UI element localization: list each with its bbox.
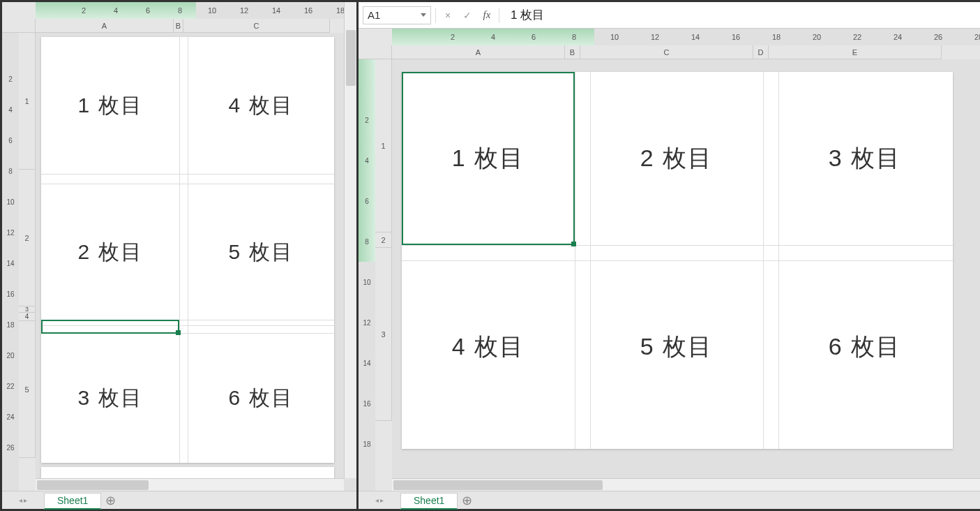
column-headers-right: A B C D E (359, 45, 980, 59)
row-header-4[interactable]: 4 (19, 313, 36, 321)
column-headers-left: A B C (2, 19, 356, 33)
select-all-corner[interactable] (359, 45, 392, 59)
name-box[interactable]: A1 (363, 6, 431, 24)
formula-bar: A1 × ✓ fx 1 枚目 (359, 2, 980, 29)
col-header-b[interactable]: B (565, 45, 580, 59)
ruler-num: 8 (572, 33, 576, 41)
chevron-down-icon[interactable] (421, 13, 426, 17)
vruler-num: 2 (8, 75, 13, 83)
tab-nav[interactable]: ◂ ▸ (359, 496, 400, 504)
formula-content[interactable]: 1 枚目 (504, 7, 544, 23)
cell-a2[interactable]: 2 枚目 (41, 184, 179, 320)
col-header-e[interactable]: E (769, 45, 942, 59)
cell-c1[interactable]: 2 枚目 (590, 72, 763, 245)
new-sheet-button[interactable]: ⊕ (101, 491, 119, 510)
vertical-ruler-left[interactable]: 2 4 6 8 10 12 14 16 18 20 22 24 26 (2, 33, 19, 509)
new-sheet-button[interactable]: ⊕ (458, 491, 476, 510)
cancel-formula-button[interactable]: × (440, 8, 455, 23)
ruler-num: 18 (772, 33, 781, 41)
vruler-num: 12 (363, 319, 370, 327)
col-header-c[interactable]: C (580, 45, 753, 59)
vruler-num: 10 (6, 198, 14, 206)
cell-c3[interactable]: 5 枚目 (590, 260, 763, 434)
vruler-num: 14 (6, 260, 14, 267)
select-all-corner[interactable] (2, 19, 36, 33)
vruler-num: 18 (6, 321, 14, 329)
selection-box (41, 320, 179, 334)
cell-e3[interactable]: 6 枚目 (778, 260, 951, 434)
ruler-num: 20 (813, 33, 821, 41)
vruler-num: 26 (6, 444, 14, 452)
sheet-area-right[interactable]: 1 枚目 2 枚目 3 枚目 4 枚目 5 枚目 6 枚目 (392, 59, 980, 509)
tab-nav[interactable]: ◂ ▸ (2, 496, 44, 504)
left-pane: 2 4 6 8 10 12 14 16 18 A B C 2 4 6 8 (2, 2, 359, 509)
cell-c5[interactable]: 6 枚目 (188, 333, 334, 463)
horizontal-scrollbar-left[interactable] (36, 478, 344, 491)
vruler-num: 2 (365, 117, 369, 124)
cell-a1[interactable]: 1 枚目 (402, 72, 575, 245)
cell-a3[interactable]: 4 枚目 (402, 260, 575, 434)
cell-c2[interactable]: 5 枚目 (188, 184, 334, 320)
row-header-1[interactable]: 1 (375, 59, 392, 232)
ruler-num: 8 (178, 6, 182, 15)
ruler-num: 6 (532, 33, 536, 41)
ruler-num: 10 (610, 33, 619, 41)
row-header-2[interactable]: 2 (19, 170, 36, 306)
col-header-a[interactable]: A (36, 19, 174, 33)
vruler-num: 18 (363, 440, 370, 448)
ruler-num: 14 (272, 6, 280, 15)
ruler-num: 10 (208, 6, 216, 15)
tab-bar-left: ◂ ▸ Sheet1 ⊕ (2, 491, 356, 509)
vruler-num: 6 (8, 137, 13, 145)
row-header-3[interactable]: 3 (375, 248, 392, 421)
row-header-5[interactable]: 5 (19, 321, 36, 458)
vertical-ruler-right[interactable]: 2 4 6 8 10 12 14 16 18 (359, 59, 375, 509)
col-header-b[interactable]: B (174, 19, 183, 33)
row-header-2[interactable]: 2 (375, 232, 392, 248)
ruler-num: 4 (491, 33, 495, 41)
vruler-num: 14 (363, 360, 370, 367)
cell-a5[interactable]: 3 枚目 (41, 333, 179, 463)
horizontal-scrollbar-right[interactable] (392, 478, 980, 491)
cell-a1[interactable]: 1 枚目 (41, 37, 179, 174)
ruler-num: 28 (974, 33, 980, 41)
fx-button[interactable]: fx (479, 8, 495, 23)
cell-e1[interactable]: 3 枚目 (778, 72, 951, 245)
ruler-num: 12 (651, 33, 659, 41)
ruler-num: 26 (934, 33, 942, 41)
ruler-num: 12 (240, 6, 248, 15)
vruler-num: 8 (8, 168, 13, 175)
sheet-tab[interactable]: Sheet1 (400, 493, 458, 510)
col-header-d[interactable]: D (753, 45, 769, 59)
vertical-scrollbar-left[interactable] (344, 2, 356, 478)
sheet-tab[interactable]: Sheet1 (44, 493, 101, 510)
ruler-num: 24 (894, 33, 902, 41)
vruler-num: 8 (365, 238, 369, 246)
ruler-num: 2 (82, 6, 86, 15)
horizontal-ruler-right[interactable]: 2 4 6 8 10 12 14 16 18 20 22 24 26 28 (392, 29, 980, 45)
col-header-a[interactable]: A (392, 45, 565, 59)
row-header-1[interactable]: 1 (19, 33, 36, 170)
vruler-num: 24 (6, 413, 14, 421)
row-headers-left: 1 2 3 4 5 (19, 33, 36, 509)
split-view: 2 4 6 8 10 12 14 16 18 A B C 2 4 6 8 (0, 0, 980, 511)
ruler-num: 2 (451, 33, 455, 41)
right-pane: A1 × ✓ fx 1 枚目 2 4 6 8 10 12 14 16 18 20… (359, 2, 980, 509)
vruler-num: 16 (6, 290, 14, 298)
row-headers-right: 1 2 3 (375, 59, 392, 509)
cell-c1[interactable]: 4 枚目 (188, 37, 334, 174)
vruler-num: 6 (365, 198, 369, 205)
ruler-num: 16 (304, 6, 312, 15)
horizontal-ruler-left[interactable]: 2 4 6 8 10 12 14 16 18 (36, 2, 356, 19)
vruler-num: 12 (6, 229, 14, 237)
ruler-num: 4 (114, 6, 118, 15)
ruler-num: 16 (732, 33, 740, 41)
col-header-c[interactable]: C (183, 19, 330, 33)
row-header-3[interactable]: 3 (19, 306, 36, 313)
tab-bar-right: ◂ ▸ Sheet1 ⊕ (359, 491, 980, 509)
confirm-formula-button[interactable]: ✓ (460, 8, 475, 23)
sheet-area-left[interactable]: 1 枚目 4 枚目 2 枚目 5 枚目 3 枚目 6 枚目 (36, 33, 356, 509)
ruler-num: 6 (146, 6, 150, 15)
vruler-num: 4 (365, 157, 369, 165)
vruler-num: 16 (363, 400, 370, 408)
